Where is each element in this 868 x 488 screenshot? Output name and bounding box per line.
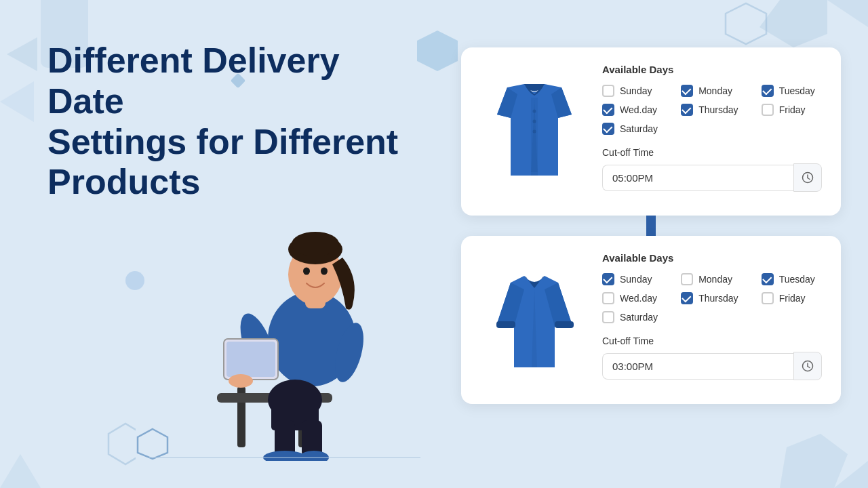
svg-line-40 bbox=[808, 178, 810, 180]
svg-marker-7 bbox=[780, 434, 848, 488]
checkbox-tuesday-1[interactable] bbox=[762, 85, 774, 97]
day-label-saturday-2: Saturday bbox=[620, 312, 658, 323]
svg-marker-3 bbox=[827, 0, 868, 27]
time-input-2[interactable] bbox=[602, 353, 793, 380]
svg-point-28 bbox=[292, 232, 339, 256]
day-item-friday-2[interactable]: Friday bbox=[762, 292, 822, 304]
right-panel: Available Days Sunday Monday Tuesday bbox=[461, 47, 841, 404]
day-label-thursday-1: Thursday bbox=[698, 104, 738, 115]
cutoff-section-1: Cut-off Time bbox=[602, 147, 822, 192]
checkbox-monday-1[interactable] bbox=[681, 85, 693, 97]
day-label-monday-1: Monday bbox=[698, 85, 732, 96]
day-label-friday-1: Friday bbox=[779, 104, 806, 115]
checkbox-thursday-2[interactable] bbox=[681, 292, 693, 304]
day-item-friday-1[interactable]: Friday bbox=[762, 104, 822, 116]
svg-point-33 bbox=[229, 374, 253, 388]
days-grid-1: Sunday Monday Tuesday Wed.day bbox=[602, 85, 822, 135]
day-item-monday-1[interactable]: Monday bbox=[681, 85, 745, 97]
day-label-sunday-2: Sunday bbox=[620, 274, 652, 285]
checkbox-thursday-1[interactable] bbox=[681, 104, 693, 116]
day-item-sunday-2[interactable]: Sunday bbox=[602, 273, 665, 285]
time-clock-icon-1[interactable] bbox=[793, 163, 822, 192]
days-grid-2: Sunday Monday Tuesday Wed.day bbox=[602, 273, 822, 323]
day-item-monday-2[interactable]: Monday bbox=[681, 273, 745, 285]
product-settings-2: Available Days Sunday Monday Tuesday bbox=[602, 252, 822, 380]
day-item-sunday-1[interactable]: Sunday bbox=[602, 85, 665, 97]
svg-rect-42 bbox=[555, 321, 574, 328]
checkbox-monday-2[interactable] bbox=[681, 273, 693, 285]
checkbox-sunday-2[interactable] bbox=[602, 273, 614, 285]
time-clock-icon-2[interactable] bbox=[793, 352, 822, 380]
svg-point-29 bbox=[303, 268, 310, 275]
svg-line-45 bbox=[808, 367, 810, 368]
product-card-2: Available Days Sunday Monday Tuesday bbox=[461, 236, 841, 404]
svg-rect-41 bbox=[496, 321, 515, 328]
svg-point-30 bbox=[321, 268, 328, 275]
svg-point-37 bbox=[533, 130, 536, 134]
product-image-2 bbox=[480, 252, 589, 388]
checkbox-tuesday-2[interactable] bbox=[762, 273, 774, 285]
day-label-friday-2: Friday bbox=[779, 293, 806, 304]
day-item-tuesday-2[interactable]: Tuesday bbox=[762, 273, 822, 285]
day-item-thursday-1[interactable]: Thursday bbox=[681, 104, 745, 116]
svg-marker-4 bbox=[760, 0, 827, 47]
checkbox-saturday-1[interactable] bbox=[602, 123, 614, 135]
day-label-wednesday-2: Wed.day bbox=[620, 293, 657, 304]
day-item-wednesday-1[interactable]: Wed.day bbox=[602, 104, 665, 116]
day-label-tuesday-2: Tuesday bbox=[779, 274, 815, 285]
heading-line2: Settings for Different bbox=[47, 122, 398, 161]
svg-point-36 bbox=[533, 120, 536, 123]
svg-point-35 bbox=[533, 110, 536, 113]
product-settings-1: Available Days Sunday Monday Tuesday bbox=[602, 64, 822, 192]
cutoff-label-1: Cut-off Time bbox=[602, 147, 822, 158]
day-label-monday-2: Monday bbox=[698, 274, 732, 285]
day-label-tuesday-1: Tuesday bbox=[779, 85, 815, 96]
cutoff-label-2: Cut-off Time bbox=[602, 336, 822, 346]
day-label-thursday-2: Thursday bbox=[698, 293, 738, 304]
product-card-1: Available Days Sunday Monday Tuesday bbox=[461, 47, 841, 216]
svg-marker-5 bbox=[726, 3, 766, 44]
day-item-tuesday-1[interactable]: Tuesday bbox=[762, 85, 822, 97]
checkbox-wednesday-1[interactable] bbox=[602, 104, 614, 116]
time-input-1[interactable] bbox=[602, 165, 793, 191]
day-item-wednesday-2[interactable]: Wed.day bbox=[602, 292, 665, 304]
time-input-row-2 bbox=[602, 352, 822, 380]
day-label-saturday-1: Saturday bbox=[620, 123, 658, 134]
available-days-label-2: Available Days bbox=[602, 252, 822, 264]
product-image-1 bbox=[480, 64, 589, 199]
day-label-sunday-1: Sunday bbox=[620, 85, 652, 96]
day-label-wednesday-1: Wed.day bbox=[620, 104, 657, 115]
checkbox-wednesday-2[interactable] bbox=[602, 292, 614, 304]
heading-line3: Products bbox=[47, 162, 200, 201]
checkbox-friday-2[interactable] bbox=[762, 292, 774, 304]
svg-rect-32 bbox=[226, 342, 275, 377]
day-item-saturday-1[interactable]: Saturday bbox=[602, 123, 665, 135]
main-heading: Different Delivery Date Settings for Dif… bbox=[47, 41, 400, 203]
heading-line1: Different Delivery Date bbox=[47, 41, 340, 121]
checkbox-saturday-2[interactable] bbox=[602, 311, 614, 323]
checkbox-sunday-1[interactable] bbox=[602, 85, 614, 97]
card-connector bbox=[646, 216, 656, 236]
person-illustration bbox=[136, 190, 420, 461]
day-item-thursday-2[interactable]: Thursday bbox=[681, 292, 745, 304]
checkbox-friday-1[interactable] bbox=[762, 104, 774, 116]
time-input-row-1 bbox=[602, 163, 822, 192]
available-days-label-1: Available Days bbox=[602, 64, 822, 75]
cutoff-section-2: Cut-off Time bbox=[602, 336, 822, 380]
day-item-saturday-2[interactable]: Saturday bbox=[602, 311, 665, 323]
